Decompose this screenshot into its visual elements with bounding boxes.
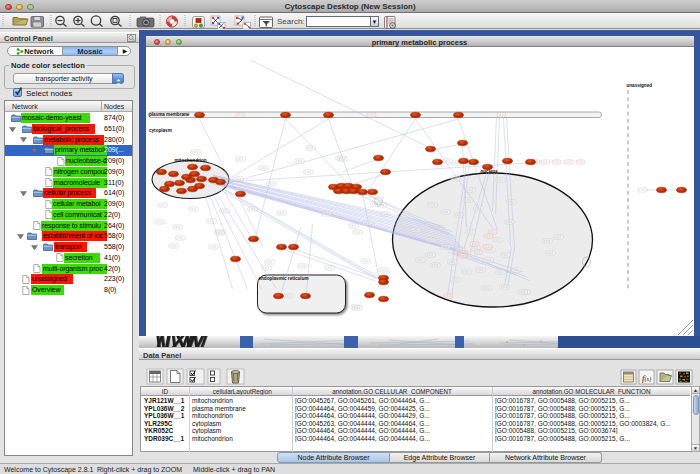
- svg-text:mitochondrion: mitochondrion: [174, 158, 206, 163]
- svg-text:endoplasmic reticulum: endoplasmic reticulum: [258, 276, 308, 281]
- svg-text:plasma membrane: plasma membrane: [149, 112, 190, 117]
- svg-text:cytoplasm: cytoplasm: [149, 128, 172, 133]
- svg-text:unassigned: unassigned: [626, 83, 652, 88]
